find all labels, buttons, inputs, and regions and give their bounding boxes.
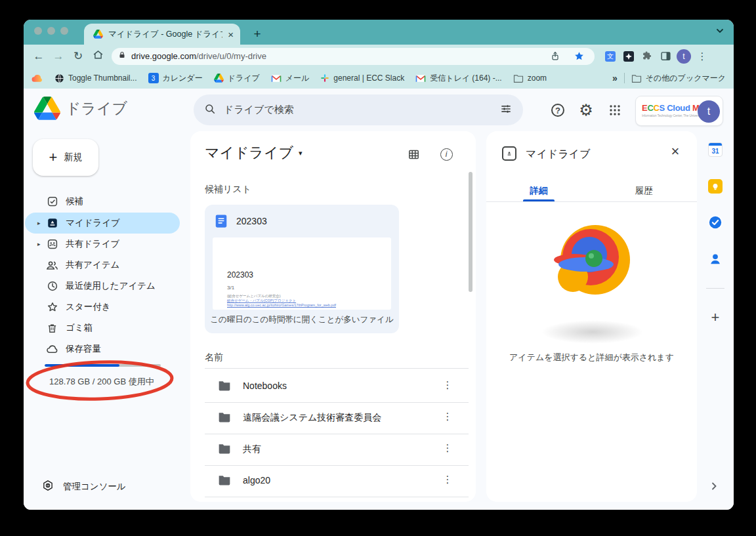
back-button[interactable]: ← xyxy=(29,50,49,63)
url-text[interactable]: drive.google.com/drive/u/0/my-drive xyxy=(131,51,541,61)
admin-console-link[interactable]: 管理コンソール xyxy=(42,480,126,493)
bookmark-zoom-folder[interactable]: zoom xyxy=(513,73,547,83)
folder-row[interactable]: Notebooks ⋮ xyxy=(190,371,476,402)
sidebar-item-shared-drives[interactable]: ▸ 共有ドライブ xyxy=(25,234,180,255)
chrome-menu-icon[interactable]: ⋮ xyxy=(693,47,711,66)
rail-divider xyxy=(706,288,724,289)
tab-title: マイドライブ - Google ドライブ xyxy=(108,29,222,40)
keep-side-icon[interactable] xyxy=(707,178,723,194)
bookmark-toggle-thumbnail[interactable]: Toggle Thumbnail... xyxy=(54,73,137,83)
info-icon[interactable]: i xyxy=(438,146,455,163)
bookmark-calendar[interactable]: 3カレンダー xyxy=(148,73,203,84)
folder-row[interactable]: 遠隔会議システム技術審査委員会 ⋮ xyxy=(190,402,476,434)
tab-search-chevron-icon[interactable] xyxy=(715,26,724,38)
details-empty-text: アイテムを選択すると詳細が表示されます xyxy=(486,352,697,363)
apps-grid-icon[interactable] xyxy=(602,97,628,123)
profile-avatar[interactable]: t xyxy=(675,47,693,66)
bookmark-drive[interactable]: ドライブ xyxy=(214,73,260,84)
contacts-side-icon[interactable] xyxy=(707,251,723,267)
url-domain: drive.google.com xyxy=(131,51,196,61)
browser-toolbar: ← → ↻ drive.google.com/drive/u/0/my-driv… xyxy=(24,45,734,68)
my-drive-icon xyxy=(46,217,58,230)
storage-usage-text: 128.78 GB / 200 GB 使用中 xyxy=(49,376,154,388)
folder-row[interactable]: 共有 ⋮ xyxy=(190,434,476,465)
tasks-side-icon[interactable] xyxy=(707,215,723,230)
sidebar-item-storage[interactable]: 保存容量 xyxy=(25,339,180,360)
new-tab-button[interactable]: + xyxy=(249,26,265,42)
list-column-header[interactable]: 名前 xyxy=(205,352,223,363)
suggested-list-label: 候補リスト xyxy=(205,184,251,196)
row-divider xyxy=(205,368,469,369)
forward-button[interactable]: → xyxy=(49,50,68,63)
folder-row[interactable]: algo20 ⋮ xyxy=(190,465,476,497)
dropdown-arrow-icon[interactable]: ▾ xyxy=(299,149,303,157)
settings-gear-icon[interactable]: ⚙ xyxy=(573,97,599,123)
sidebar-item-recent[interactable]: 最近使用したアイテム xyxy=(25,276,180,297)
bookmark-inbox[interactable]: 受信トレイ (164) -... xyxy=(415,73,502,84)
drive-icon xyxy=(214,73,224,83)
extensions-puzzle-icon[interactable] xyxy=(638,47,656,66)
folder-icon xyxy=(218,474,231,488)
details-panel: マイドライブ × 詳細 履歴 アイテムを選択すると詳細が表示されま xyxy=(486,131,697,502)
sidebar-item-starred[interactable]: スター付き xyxy=(25,297,180,318)
plus-icon: + xyxy=(49,149,58,166)
traffic-lights[interactable] xyxy=(34,27,68,35)
main-content-card: マイドライブ▾ i 候補リスト 202303 202303 3/1 (組合せゲー… xyxy=(190,131,476,502)
details-close-icon[interactable]: × xyxy=(666,143,684,160)
minimize-window-button[interactable] xyxy=(47,27,55,35)
google-docs-icon xyxy=(214,213,228,232)
browser-tab[interactable]: マイドライブ - Google ドライブ × xyxy=(84,24,240,45)
search-options-icon[interactable] xyxy=(499,102,513,118)
calendar-side-icon[interactable]: 31 xyxy=(707,142,723,157)
expand-caret-icon[interactable]: ▸ xyxy=(37,241,41,247)
tab-history[interactable]: 履歴 xyxy=(591,185,696,197)
scrollbar-thumb[interactable] xyxy=(469,172,472,292)
share-icon[interactable] xyxy=(546,47,564,66)
preview-date: 3/1 xyxy=(227,285,234,291)
row-menu-icon[interactable]: ⋮ xyxy=(441,442,454,454)
sidebar-item-suggested[interactable]: 候補 xyxy=(25,191,180,212)
reload-button[interactable]: ↻ xyxy=(68,49,88,63)
folder-icon xyxy=(513,74,524,83)
bookmark-slack[interactable]: general | ECC Slack xyxy=(320,73,404,83)
expand-caret-icon[interactable]: ▸ xyxy=(37,220,41,226)
bookmark-mail[interactable]: メール xyxy=(271,73,310,84)
bookmarks-overflow-icon[interactable]: » xyxy=(612,73,618,83)
drive-logo-icon[interactable] xyxy=(34,96,60,123)
folder-icon xyxy=(218,443,231,457)
suggested-file-card[interactable]: 202303 202303 3/1 (組合せゲームとパズルの研究会) 組合せゲー… xyxy=(205,205,399,333)
side-panel-icon[interactable] xyxy=(656,47,675,66)
url-path: /drive/u/0/my-drive xyxy=(196,51,266,61)
add-side-app-icon[interactable]: + xyxy=(707,310,723,325)
view-title[interactable]: マイドライブ▾ xyxy=(205,143,303,163)
search-icon[interactable] xyxy=(204,103,216,117)
bookmarks-bar: Toggle Thumbnail... 3カレンダー ドライブ メール gene… xyxy=(24,68,734,89)
zoom-window-button[interactable] xyxy=(60,27,68,35)
lock-icon[interactable] xyxy=(118,51,126,62)
other-bookmarks[interactable]: その他のブックマーク xyxy=(631,73,726,84)
bookmark-cloud[interactable] xyxy=(32,74,43,83)
translate-extension-icon[interactable]: 文 xyxy=(601,47,620,66)
extension-dark-icon[interactable] xyxy=(620,47,638,66)
sidebar-item-shared-with-me[interactable]: 共有アイテム xyxy=(25,255,180,276)
address-bar[interactable]: drive.google.com/drive/u/0/my-drive xyxy=(112,48,595,65)
search-input[interactable]: ドライブで検索 xyxy=(194,94,523,125)
account-badge[interactable]: ECCS Cloud Mail Information Technology C… xyxy=(635,96,723,126)
close-window-button[interactable] xyxy=(34,27,42,35)
sidebar-item-my-drive[interactable]: ▸ マイドライブ xyxy=(25,213,180,234)
tab-close-icon[interactable]: × xyxy=(228,29,234,40)
row-menu-icon[interactable]: ⋮ xyxy=(441,411,454,423)
bookmark-star-icon[interactable] xyxy=(570,47,588,66)
new-button-label: 新規 xyxy=(64,152,82,163)
expand-panel-chevron-icon[interactable] xyxy=(709,481,719,494)
sidebar-item-trash[interactable]: ゴミ箱 xyxy=(25,318,180,339)
help-icon[interactable]: ? xyxy=(545,97,571,123)
home-button[interactable] xyxy=(88,49,108,64)
tab-details[interactable]: 詳細 xyxy=(486,185,591,197)
new-button[interactable]: +新規 xyxy=(33,139,98,176)
grid-view-icon[interactable] xyxy=(405,146,422,163)
row-menu-icon[interactable]: ⋮ xyxy=(441,379,454,391)
drive-profile-avatar[interactable]: t xyxy=(698,100,720,123)
people-icon xyxy=(46,259,58,272)
row-menu-icon[interactable]: ⋮ xyxy=(441,474,454,485)
